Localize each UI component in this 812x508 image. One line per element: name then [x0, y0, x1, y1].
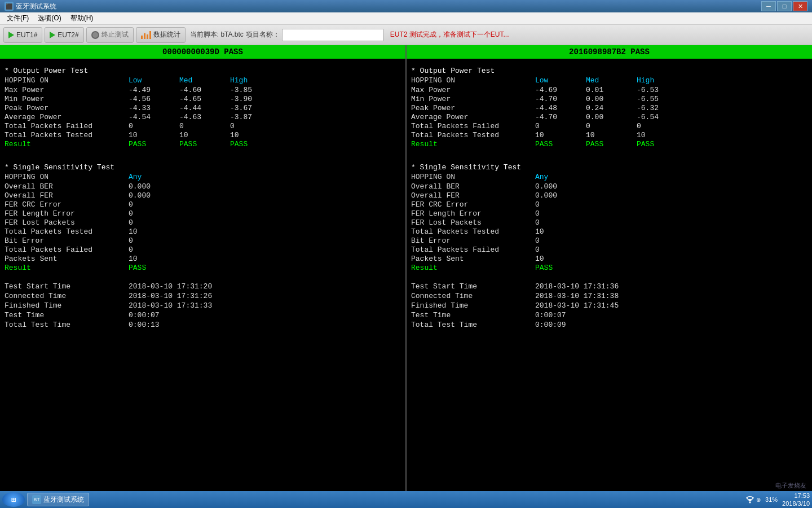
- table-row: Total Packets Failed000: [411, 122, 807, 130]
- project-name-input[interactable]: [282, 29, 383, 41]
- table-row: Peak Power-4.480.24-6.32: [411, 104, 807, 112]
- table-row: Bit Error0: [5, 237, 401, 245]
- stop-icon: [91, 31, 99, 39]
- stop-button[interactable]: 终止测试: [86, 27, 134, 43]
- table-row: FER Length Error0: [411, 209, 807, 218]
- timestamp-row: Finished Time2018-03-10 17:31:33: [5, 301, 401, 310]
- left-output-power-rows: Max Power-4.49-4.60-3.85Min Power-4.56-4…: [5, 86, 401, 139]
- left-test-content: * Output Power Test HOPPING ON Low Med H…: [0, 59, 405, 334]
- left-output-power-title: * Output Power Test: [5, 67, 401, 75]
- table-row: Total Packets Tested101010: [5, 131, 401, 139]
- menu-bar: 文件(F) 选项(O) 帮助(H): [0, 12, 812, 25]
- main-content: 00000000039D PASS * Output Power Test HO…: [0, 45, 812, 491]
- right-result-row: Result PASS PASS PASS: [411, 140, 807, 148]
- taskbar-app-button[interactable]: BT 蓝牙测试系统: [27, 493, 89, 506]
- table-row: Total Packets Failed000: [5, 122, 401, 130]
- right-panel: 2016098987B2 PASS * Output Power Test HO…: [407, 45, 812, 491]
- table-row: Min Power-4.700.00-6.55: [411, 95, 807, 103]
- timestamp-row: Test Time0:00:07: [5, 311, 401, 319]
- timestamp-row: Total Test Time0:00:13: [5, 321, 401, 329]
- status-text: EUT2 测试完成，准备测试下一个EUT...: [390, 30, 509, 40]
- left-sensitivity-title: * Single Sensitivity Test: [5, 163, 401, 172]
- table-row: Min Power-4.56-4.65-3.90: [5, 95, 401, 103]
- left-panel: 00000000039D PASS * Output Power Test HO…: [0, 45, 407, 491]
- app-icon: ⬛: [5, 2, 14, 11]
- table-row: Average Power-4.54-4.63-3.87: [5, 113, 401, 121]
- toolbar: EUT1# EUT2# 终止测试 数据统计 当前脚本: bTA.btc 项目名称…: [0, 25, 812, 45]
- project-label: 项目名称：: [246, 30, 280, 40]
- table-row: Total Packets Failed0: [5, 246, 401, 254]
- table-row: FER Lost Packets0: [411, 218, 807, 227]
- table-row: Packets Sent10: [5, 255, 401, 263]
- left-hopping-row: HOPPING ON Low Med High: [5, 76, 401, 85]
- menu-file[interactable]: 文件(F): [2, 12, 33, 24]
- left-sensitivity-hopping: HOPPING ON Any: [5, 173, 401, 181]
- left-panel-header: 00000000039D PASS: [0, 45, 405, 59]
- eut2-button[interactable]: EUT2#: [45, 27, 83, 43]
- table-row: Bit Error0: [411, 237, 807, 245]
- timestamp-row: Finished Time2018-03-10 17:31:45: [411, 301, 807, 310]
- timestamp-row: Test Start Time2018-03-10 17:31:20: [5, 282, 401, 291]
- right-sensitivity-result: Result PASS: [411, 264, 807, 272]
- table-row: Max Power-4.690.01-6.53: [411, 86, 807, 94]
- start-button[interactable]: ⊞: [2, 492, 25, 507]
- right-sensitivity-rows: Overall BER0.000Overall FER0.000FER CRC …: [411, 182, 807, 263]
- minimize-button[interactable]: ─: [761, 1, 776, 11]
- table-row: Overall FER0.000: [411, 191, 807, 200]
- timestamp-row: Test Start Time2018-03-10 17:31:36: [411, 282, 807, 291]
- table-row: Average Power-4.700.00-6.54: [411, 113, 807, 121]
- eut1-button[interactable]: EUT1#: [3, 27, 42, 43]
- table-row: Overall FER0.000: [5, 191, 401, 200]
- script-label: 当前脚本: bTA.btc: [190, 30, 244, 40]
- bar-chart-icon: [141, 31, 151, 39]
- title-bar-text: 蓝牙测试系统: [16, 2, 56, 11]
- title-bar-controls: ─ □ ✕: [761, 1, 807, 11]
- svg-point-0: [749, 502, 751, 503]
- right-sensitivity-title: * Single Sensitivity Test: [411, 163, 807, 172]
- maximize-button[interactable]: □: [777, 1, 792, 11]
- play-icon-2: [50, 32, 55, 38]
- table-row: Total Packets Tested10: [411, 227, 807, 236]
- left-sensitivity-result: Result PASS: [5, 264, 401, 272]
- title-bar: ⬛ 蓝牙测试系统 ─ □ ✕: [0, 0, 812, 12]
- table-row: FER Lost Packets0: [5, 218, 401, 227]
- table-row: FER CRC Error0: [5, 200, 401, 209]
- data-stats-button[interactable]: 数据统计: [136, 27, 186, 43]
- right-output-power-title: * Output Power Test: [411, 67, 807, 75]
- taskbar: ⊞ BT 蓝牙测试系统 ⊗ 31% 17:53 2018/3/10: [0, 491, 812, 508]
- battery-level: 31%: [765, 496, 778, 503]
- left-result-row: Result PASS PASS PASS: [5, 140, 401, 148]
- table-row: Total Packets Failed0: [411, 246, 807, 254]
- wifi-icon: ⊗: [745, 496, 761, 503]
- right-test-content: * Output Power Test HOPPING ON Low Med H…: [407, 59, 812, 334]
- table-row: Peak Power-4.33-4.44-3.67: [5, 104, 401, 112]
- timestamp-row: Total Test Time0:00:09: [411, 321, 807, 329]
- table-row: Max Power-4.49-4.60-3.85: [5, 86, 401, 94]
- table-row: FER Length Error0: [5, 209, 401, 218]
- table-row: Overall BER0.000: [411, 182, 807, 191]
- close-button[interactable]: ✕: [793, 1, 807, 11]
- right-sensitivity-hopping: HOPPING ON Any: [411, 173, 807, 181]
- right-timestamps: Test Start Time2018-03-10 17:31:36Connec…: [411, 282, 807, 329]
- timestamp-row: Connected Time2018-03-10 17:31:26: [5, 292, 401, 300]
- right-hopping-row: HOPPING ON Low Med High: [411, 76, 807, 85]
- taskbar-time: 17:53 2018/3/10: [782, 492, 810, 508]
- right-panel-header: 2016098987B2 PASS: [407, 45, 812, 59]
- taskbar-right: ⊗ 31% 17:53 2018/3/10: [745, 492, 810, 508]
- right-output-power-rows: Max Power-4.690.01-6.53Min Power-4.700.0…: [411, 86, 807, 139]
- table-row: Total Packets Tested10: [5, 227, 401, 236]
- timestamp-row: Connected Time2018-03-10 17:31:38: [411, 292, 807, 300]
- table-row: FER CRC Error0: [411, 200, 807, 209]
- menu-help[interactable]: 帮助(H): [66, 12, 98, 24]
- timestamp-row: Test Time0:00:07: [411, 311, 807, 319]
- left-sensitivity-rows: Overall BER0.000Overall FER0.000FER CRC …: [5, 182, 401, 263]
- table-row: Packets Sent10: [411, 255, 807, 263]
- menu-options[interactable]: 选项(O): [33, 12, 65, 24]
- taskbar-app-icon: BT: [32, 495, 41, 504]
- table-row: Total Packets Tested101010: [411, 131, 807, 139]
- watermark: 电子发烧友: [775, 481, 806, 490]
- play-icon: [8, 32, 14, 38]
- table-row: Overall BER0.000: [5, 182, 401, 191]
- left-timestamps: Test Start Time2018-03-10 17:31:20Connec…: [5, 282, 401, 329]
